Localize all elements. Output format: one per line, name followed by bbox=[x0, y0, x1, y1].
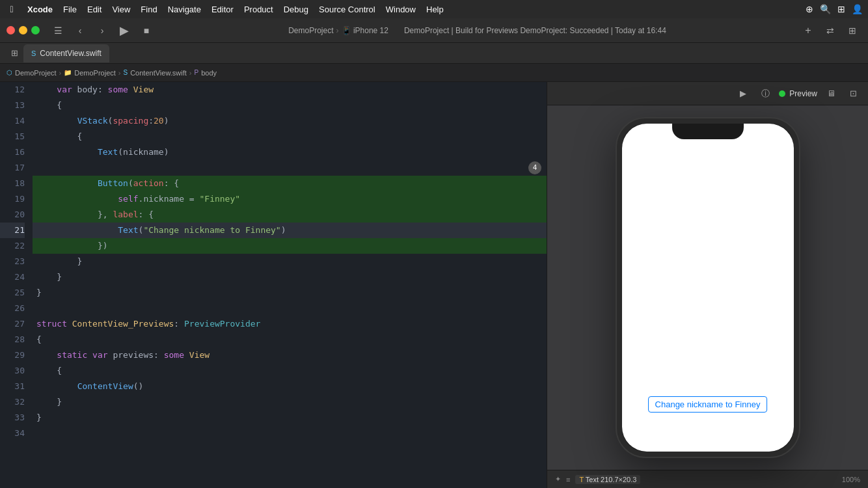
type-badge: T Text 210.7×20.3 bbox=[575, 475, 640, 484]
project-icon: ⬡ bbox=[7, 69, 12, 76]
zoom-level: 100% bbox=[842, 476, 860, 483]
preview-text: Preview bbox=[789, 89, 817, 98]
menu-edit[interactable]: Edit bbox=[82, 0, 107, 18]
run-button[interactable]: ▶ bbox=[115, 21, 133, 40]
split-view-button[interactable]: ⊞ bbox=[843, 21, 861, 40]
line-number: 18 bbox=[0, 176, 25, 191]
code-line: VStack(spacing:20) bbox=[33, 113, 547, 129]
swift-file-icon: S bbox=[31, 49, 36, 57]
line-number: 15 bbox=[0, 129, 25, 144]
line-number: 20 bbox=[0, 207, 25, 223]
menu-window[interactable]: Window bbox=[381, 0, 421, 18]
line-numbers: 1213141516171819202122232425262728293031… bbox=[0, 82, 33, 488]
path-separator-1: › bbox=[336, 26, 339, 35]
code-editor[interactable]: 1213141516171819202122232425262728293031… bbox=[0, 82, 547, 488]
preview-button: Change nickname to Finney bbox=[648, 396, 768, 413]
code-line bbox=[33, 301, 547, 316]
menu-source-control[interactable]: Source Control bbox=[314, 0, 381, 18]
code-line: struct ContentView_Previews: PreviewProv… bbox=[33, 316, 547, 332]
menu-editor[interactable]: Editor bbox=[206, 0, 239, 18]
play-preview-btn[interactable]: ▶ bbox=[735, 85, 752, 102]
menubar:  Xcode File Edit View Find Navigate Edi… bbox=[0, 0, 868, 18]
menu-product[interactable]: Product bbox=[239, 0, 278, 18]
line-number: 26 bbox=[0, 301, 25, 316]
file-icon: S bbox=[124, 69, 128, 76]
menu-find[interactable]: Find bbox=[135, 0, 162, 18]
code-line: var body: some View bbox=[33, 82, 547, 98]
breadcrumb-folder[interactable]: 📁 DemoProject bbox=[64, 69, 116, 77]
breadcrumb-project[interactable]: ⬡ DemoProject bbox=[7, 69, 57, 77]
adjust-icon[interactable]: ≡ bbox=[566, 476, 570, 483]
code-line: Button(action: { bbox=[33, 176, 547, 191]
line-number: 27 bbox=[0, 316, 25, 332]
code-line: { bbox=[33, 129, 547, 144]
menu-debug[interactable]: Debug bbox=[278, 0, 314, 18]
code-line: Text("Change nickname to Finney") bbox=[33, 223, 547, 238]
line-number: 28 bbox=[0, 332, 25, 347]
apple-menu[interactable]:  bbox=[5, 0, 18, 18]
status-left: ✦ ≡ T Text 210.7×20.3 bbox=[555, 475, 640, 484]
layout-button[interactable]: ⇄ bbox=[821, 21, 839, 40]
folder-icon: 📁 bbox=[64, 69, 72, 76]
snapshot-btn[interactable]: ⊡ bbox=[845, 85, 861, 102]
code-line: { bbox=[33, 363, 547, 379]
sidebar-toggle[interactable]: ☰ bbox=[49, 21, 67, 40]
menu-help[interactable]: Help bbox=[421, 0, 449, 18]
line-number: 17 bbox=[0, 160, 25, 176]
info-btn[interactable]: ⓘ bbox=[757, 85, 774, 102]
iphone-mockup: Change nickname to Finney bbox=[617, 118, 799, 457]
toolbar-path: DemoProject › 📱 iPhone 12 DemoProject | … bbox=[159, 26, 795, 35]
tab-bar: ⊞ S ContentView.swift bbox=[0, 43, 868, 64]
preview-statusbar: ✦ ≡ T Text 210.7×20.3 100% bbox=[547, 470, 868, 488]
line-number: 33 bbox=[0, 410, 25, 426]
code-content[interactable]: var body: some View { VStack(spacing:20)… bbox=[33, 82, 547, 488]
line-number: 19 bbox=[0, 191, 25, 207]
forward-button[interactable]: › bbox=[93, 21, 111, 40]
code-line: self.nickname = "Finney" bbox=[33, 191, 547, 207]
wand-icon[interactable]: ✦ bbox=[555, 475, 561, 483]
nav-grid-icon[interactable]: ⊞ bbox=[5, 44, 23, 62]
code-line: static var previews: some View bbox=[33, 347, 547, 363]
search-icon[interactable]: 🔍 bbox=[820, 4, 831, 14]
project-name: DemoProject bbox=[288, 26, 333, 35]
code-line: 4 bbox=[33, 160, 547, 176]
traffic-lights bbox=[7, 26, 40, 34]
menu-navigate[interactable]: Navigate bbox=[163, 0, 206, 18]
breadcrumb-file[interactable]: S ContentView.swift bbox=[124, 69, 187, 77]
toolbar: ☰ ‹ › ▶ ■ DemoProject › 📱 iPhone 12 Demo… bbox=[0, 18, 868, 43]
breadcrumb-bar: ⬡ DemoProject › 📁 DemoProject › S Conten… bbox=[0, 64, 868, 82]
line-number: 21 bbox=[0, 223, 25, 238]
maximize-button[interactable] bbox=[31, 26, 40, 34]
minimize-button[interactable] bbox=[19, 26, 27, 34]
line-number: 14 bbox=[0, 113, 25, 129]
line-number: 34 bbox=[0, 426, 25, 441]
change-badge: 4 bbox=[528, 161, 541, 174]
back-button[interactable]: ‹ bbox=[71, 21, 89, 40]
code-line: Text(nickname) bbox=[33, 144, 547, 160]
close-button[interactable] bbox=[7, 26, 15, 34]
symbol-icon: P bbox=[194, 69, 198, 76]
stop-button[interactable]: ■ bbox=[137, 21, 156, 40]
control-center-icon[interactable]: ⊞ bbox=[837, 4, 845, 14]
add-button[interactable]: + bbox=[799, 21, 817, 40]
breadcrumb-symbol[interactable]: P body bbox=[194, 69, 217, 77]
menu-file[interactable]: File bbox=[58, 0, 82, 18]
line-number: 31 bbox=[0, 379, 25, 394]
iphone-screen: Change nickname to Finney bbox=[622, 124, 794, 452]
menu-view[interactable]: View bbox=[107, 0, 135, 18]
line-number: 13 bbox=[0, 98, 25, 113]
iphone-notch bbox=[672, 124, 744, 139]
wifi-icon: ⊕ bbox=[806, 4, 813, 14]
preview-content: Change nickname to Finney bbox=[547, 105, 868, 470]
line-number: 30 bbox=[0, 363, 25, 379]
menu-xcode[interactable]: Xcode bbox=[22, 0, 58, 18]
device-name[interactable]: 📱 iPhone 12 bbox=[342, 26, 388, 35]
code-line: } bbox=[33, 254, 547, 269]
device-btn[interactable]: 🖥 bbox=[822, 85, 839, 102]
tab-contentview-swift[interactable]: S ContentView.swift bbox=[23, 44, 109, 62]
line-number: 24 bbox=[0, 269, 25, 285]
main-area: 1213141516171819202122232425262728293031… bbox=[0, 82, 868, 488]
user-icon[interactable]: 👤 bbox=[852, 4, 863, 14]
preview-label: Preview bbox=[779, 89, 817, 98]
code-line bbox=[33, 426, 547, 441]
